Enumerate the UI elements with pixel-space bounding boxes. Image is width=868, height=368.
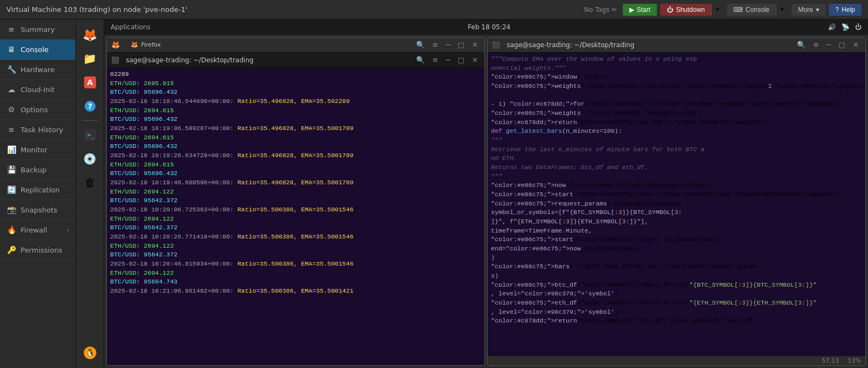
tab-bar-left: 🦊 Firefox: [125, 40, 411, 50]
console-button[interactable]: ⌨ Console: [727, 4, 776, 16]
shutdown-dropdown-button[interactable]: ▾: [711, 4, 724, 16]
permissions-icon: 🔑: [7, 246, 16, 254]
code-line: "color:#e06c75;">request_params = Crypto…: [488, 199, 865, 209]
close-left-icon[interactable]: ✕: [470, 41, 480, 49]
more-button[interactable]: More ▾: [792, 4, 825, 16]
sidebar-label-firewall: Firewall: [21, 226, 47, 234]
desktop-menu-applications[interactable]: Applications: [111, 23, 150, 31]
sidebar-item-hardware[interactable]: 🔧 Hardware: [0, 60, 75, 80]
main-area: ≡ Summary 🖥 Console 🔧 Hardware ☁ Cloud-I…: [0, 20, 868, 368]
code-content-right[interactable]: """Compute EMA over the window of values…: [488, 53, 865, 356]
console-button-group: ⌨ Console ▾: [727, 4, 788, 16]
firewall-arrow-icon: ›: [67, 227, 69, 233]
search-left-icon-2[interactable]: 🔍: [414, 56, 427, 64]
taskbar-firefox[interactable]: 🦊: [79, 24, 101, 46]
terminal-left-app-icon: 🦊: [111, 41, 120, 49]
taskbar-dvd[interactable]: 💿: [79, 148, 101, 170]
code-line: ): [488, 254, 865, 263]
code-line: """Compute EMA over the window of values…: [488, 55, 865, 64]
shutdown-button-group: ⏻ Shutdown ▾: [660, 4, 724, 16]
desktop-topbar: Applications Feb 18 05:24 🔊 📡 ⏻: [104, 20, 868, 35]
menu-right-icon[interactable]: ≡: [811, 41, 821, 49]
firefox-tab[interactable]: 🦊 Firefox: [125, 40, 166, 50]
sidebar-label-summary: Summary: [21, 25, 55, 34]
desktop-topbar-right: 🔊 📡 ⏻: [828, 23, 861, 31]
sidebar-item-summary[interactable]: ≡ Summary: [0, 20, 75, 40]
start-button[interactable]: ▶ Start: [623, 4, 657, 16]
menu-left-icon-2[interactable]: ≡: [430, 56, 441, 64]
sidebar-label-hardware: Hardware: [21, 66, 55, 74]
sidebar-label-replication: Replication: [21, 186, 60, 194]
menu-left-icon[interactable]: ≡: [430, 41, 441, 49]
code-line: ]}", f"{ETH_SYMBOL[:3]}{ETH_SYMBOL[3:]}"…: [488, 217, 865, 227]
cloud-init-icon: ☁: [7, 85, 16, 94]
taskbar-files[interactable]: 📁: [79, 48, 101, 69]
code-line: "color:#e06c75;">start="color:#e06c75;">…: [488, 235, 865, 244]
sidebar-item-firewall[interactable]: 🔥 Firewall ›: [0, 220, 75, 240]
sidebar-item-task-history[interactable]: ≡ Task History: [0, 120, 75, 140]
code-line: , level="color:#98c379;">'symbol'): [488, 308, 865, 317]
taskbar-trash[interactable]: 🗑: [79, 172, 101, 193]
search-right-icon[interactable]: 🔍: [795, 41, 808, 49]
taskbar-linux[interactable]: 🐧: [79, 342, 101, 364]
console-icon: ⌨: [733, 6, 743, 14]
network-icon[interactable]: 📡: [841, 23, 850, 31]
minimize-left-icon-2[interactable]: ─: [444, 56, 452, 64]
code-line: "color:#c678dd;">return "color:#e06c75;"…: [488, 118, 865, 127]
code-line: Returns two DataFrames: btc_df and eth_d…: [488, 163, 865, 172]
console-dropdown-button[interactable]: ▾: [776, 4, 788, 16]
code-line: onential weights.""": [488, 64, 865, 73]
options-icon: ⚙: [7, 105, 16, 114]
minimize-right-icon[interactable]: ─: [825, 41, 833, 49]
help-button[interactable]: ? Help: [829, 4, 861, 16]
hardware-icon: 🔧: [7, 65, 16, 74]
sidebar-label-task-history: Task History: [21, 126, 63, 134]
sidebar-item-monitor[interactable]: 📊 Monitor: [0, 140, 75, 160]
code-line: , level="color:#98c379;">'symbol'): [488, 289, 865, 299]
code-line: - 1) "color:#c678dd;">for i "color:#c678…: [488, 100, 865, 109]
sidebar-item-snapshots[interactable]: 📸 Snapshots: [0, 200, 75, 220]
terminal-left-title: sage@sage-trading: ~/Desktop/trading: [126, 56, 411, 64]
sidebar-item-console[interactable]: 🖥 Console: [0, 40, 75, 60]
sidebar-item-options[interactable]: ⚙ Options: [0, 100, 75, 120]
edit-tag-icon[interactable]: ✏: [611, 6, 617, 14]
start-button-group: ▶ Start: [623, 4, 657, 16]
code-line: """: [488, 172, 865, 182]
power-status-icon[interactable]: ⏻: [855, 23, 861, 31]
taskbar-help[interactable]: ?: [79, 95, 101, 117]
code-line: nd ETH.: [488, 154, 865, 163]
search-left-icon[interactable]: 🔍: [414, 41, 427, 49]
volume-icon[interactable]: 🔊: [828, 23, 836, 31]
code-line: "color:#e06c75;">eth_df = "color:#e06c75…: [488, 299, 865, 308]
taskbar-terminal[interactable]: >_: [79, 124, 101, 146]
sidebar-item-permissions[interactable]: 🔑 Permissions: [0, 240, 75, 260]
close-left-icon-2[interactable]: ✕: [470, 56, 480, 64]
monitor-icon: 📊: [7, 145, 16, 154]
minimize-left-icon[interactable]: ─: [444, 41, 452, 49]
terminal-content-left[interactable]: 02289 ETH/USD: 2695.915 BTC/USD: 95696.4…: [107, 68, 484, 365]
code-line: "color:#e06c75;">now = "color:#e06c75;">…: [488, 181, 865, 190]
terminal-left-path-icon: ⬛: [111, 56, 123, 64]
maximize-right-icon[interactable]: □: [837, 41, 847, 49]
sidebar-item-replication[interactable]: 🔄 Replication: [0, 180, 75, 200]
tag-label: No Tags: [584, 6, 610, 14]
terminal-right-path-icon: ⬛: [492, 41, 503, 49]
summary-icon: ≡: [7, 25, 16, 34]
code-line: def get_latest_bars(n_minutes=100):: [488, 127, 865, 136]
taskbar-separator: [82, 120, 98, 121]
desktop-datetime: Feb 18 05:24: [468, 23, 510, 31]
maximize-left-icon[interactable]: □: [456, 41, 467, 49]
code-line: "color:#c678dd;">return "color:#e06c75;"…: [488, 317, 865, 326]
shutdown-button[interactable]: ⏻ Shutdown: [660, 4, 711, 16]
terminal-path-bar-left: ⬛ sage@sage-trading: ~/Desktop/trading 🔍…: [107, 53, 484, 68]
taskbar-appstore[interactable]: A: [79, 72, 101, 93]
terminal-window-right: ⬛ sage@sage-trading: ~/Desktop/trading 🔍…: [487, 37, 866, 366]
sidebar-item-backup[interactable]: 💾 Backup: [0, 160, 75, 180]
svg-text:A: A: [87, 78, 93, 87]
maximize-left-icon-2[interactable]: □: [456, 56, 467, 64]
sidebar-label-console: Console: [21, 46, 49, 54]
close-right-icon[interactable]: ✕: [851, 41, 861, 49]
task-history-icon: ≡: [7, 125, 16, 134]
desktop-area: 🦊 📁 A ? >_ 💿 🗑 🐧 Applicati: [76, 20, 868, 368]
sidebar-item-cloud-init[interactable]: ☁ Cloud-Init: [0, 80, 75, 100]
